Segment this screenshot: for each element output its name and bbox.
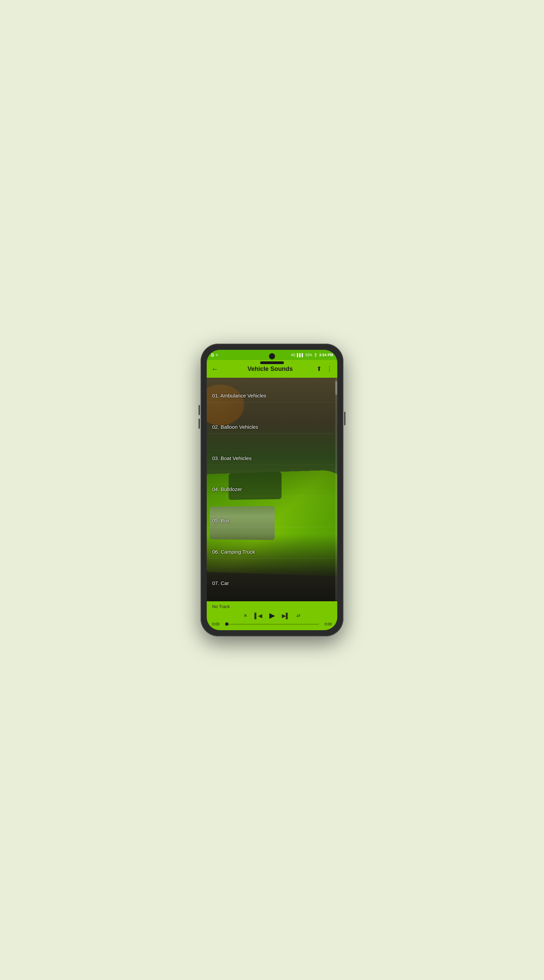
track-label: 02. Balloon Vehicles [212, 424, 258, 430]
track-label: 07. Car [212, 580, 229, 586]
speaker [260, 361, 284, 364]
progress-bar[interactable] [225, 624, 319, 625]
list-item[interactable]: 06. Camping Truck [207, 546, 333, 559]
volume-up-button[interactable] [198, 405, 200, 415]
list-item[interactable]: 02. Balloon Vehicles [207, 421, 333, 434]
track-label: 05. Bus [212, 517, 230, 523]
track-list: 01. Ambulance Vehicles 02. Balloon Vehic… [207, 378, 333, 601]
track-label: 06. Camping Truck [212, 549, 255, 555]
app-bar-actions: ⬆ ⋮ [317, 365, 333, 372]
previous-button[interactable]: ▌◀ [254, 612, 262, 619]
share-button[interactable]: ⬆ [317, 365, 322, 372]
app-title: Vehicle Sounds [224, 366, 317, 372]
volume-down-button[interactable] [198, 418, 200, 429]
status-left: 🖼 ↻ [211, 353, 218, 357]
player-bar: No Track ✕ ▌◀ ▶ ▶▌ ⇄ 0:00 0:00 [207, 601, 337, 630]
screen: 🖼 ↻ 4G ▌▌▌ 63% 🔋 3:54 PM ← Vehicle Sound… [207, 350, 337, 630]
play-button[interactable]: ▶ [269, 611, 275, 620]
clock: 3:54 PM [319, 353, 333, 357]
shuffle-button[interactable]: ✕ [243, 613, 247, 618]
track-label: 03. Boat Vehicles [212, 455, 252, 461]
camera [269, 353, 275, 360]
content-area: 01. Ambulance Vehicles 02. Balloon Vehic… [207, 378, 337, 601]
sync-icon: ↻ [216, 353, 218, 357]
back-button[interactable]: ← [211, 365, 218, 373]
phone-frame: 🖼 ↻ 4G ▌▌▌ 63% 🔋 3:54 PM ← Vehicle Sound… [201, 344, 343, 636]
status-right: 4G ▌▌▌ 63% 🔋 3:54 PM [291, 353, 333, 357]
track-label: 04. Bulldozer [212, 486, 242, 492]
repeat-button[interactable]: ⇄ [297, 613, 301, 618]
time-elapsed: 0:00 [212, 622, 222, 626]
next-button[interactable]: ▶▌ [282, 612, 290, 619]
time-total: 0:00 [322, 622, 332, 626]
player-controls: ✕ ▌◀ ▶ ▶▌ ⇄ [212, 611, 332, 620]
battery-icon: 🔋 [314, 353, 317, 357]
more-menu-button[interactable]: ⋮ [327, 365, 333, 372]
signal-icon: ▌▌▌ [297, 353, 304, 357]
player-time-row: 0:00 0:00 [212, 622, 332, 626]
notification-icon: 🖼 [211, 353, 214, 357]
list-item[interactable]: 07. Car [207, 577, 333, 590]
progress-dot [225, 622, 228, 626]
list-item[interactable]: 01. Ambulance Vehicles [207, 389, 333, 402]
battery-label: 63% [305, 353, 312, 357]
list-item[interactable]: 03. Boat Vehicles [207, 452, 333, 465]
list-item[interactable]: 04. Bulldozer [207, 483, 333, 496]
network-icon: 4G [291, 353, 295, 357]
scrollbar-thumb[interactable] [335, 381, 337, 395]
list-item[interactable]: 05. Bus [207, 514, 333, 527]
player-track-name: No Track [212, 604, 332, 609]
power-button[interactable] [344, 412, 346, 425]
scrollbar[interactable] [335, 378, 337, 601]
track-label: 01. Ambulance Vehicles [212, 393, 266, 398]
